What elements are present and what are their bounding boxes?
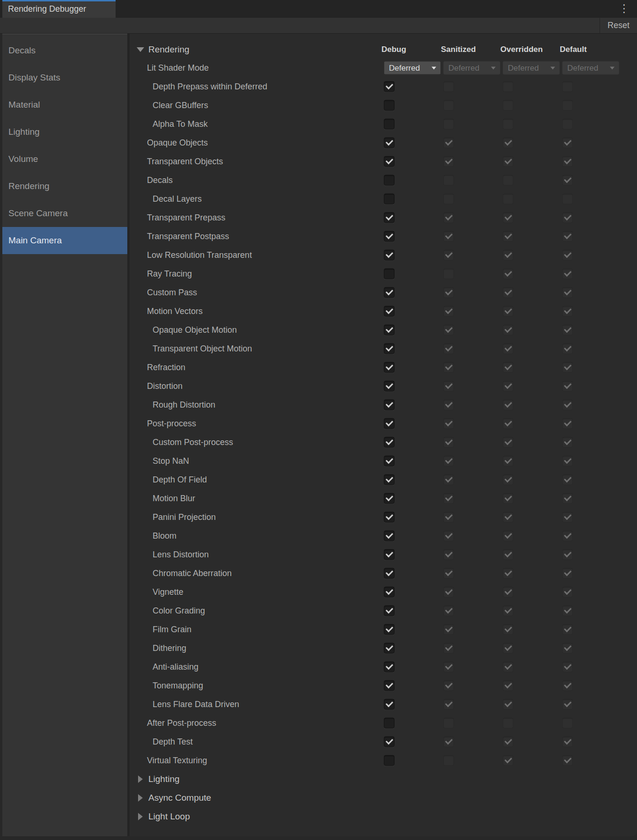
dropdown-arrow-icon [491,67,496,70]
sidebar-item-lighting[interactable]: Lighting [2,118,127,146]
overridden-checkbox [503,138,513,148]
tree-row-stop-nan: Stop NaN [130,452,637,470]
row-label: Refraction [147,363,185,373]
debug-checkbox[interactable] [384,456,395,467]
overridden-checkbox [503,381,513,392]
default-dropdown: Deferred [562,61,619,75]
sidebar-item-material[interactable]: Material [2,91,127,118]
debug-checkbox[interactable] [384,100,395,111]
debug-checkbox[interactable] [384,343,395,354]
debug-checkbox[interactable] [384,400,395,410]
debug-checkbox[interactable] [384,287,395,298]
default-checkbox [562,156,573,167]
debug-checkbox[interactable] [384,156,395,167]
tree-row-decals: Decals [130,171,637,190]
group-row-rendering[interactable]: RenderingDebugSanitizedOverriddenDefault [130,40,637,58]
debug-checkbox[interactable] [384,418,395,429]
debug-checkbox[interactable] [384,643,395,654]
sanitized-checkbox [443,662,454,672]
sanitized-checkbox [443,587,454,598]
overridden-dropdown: Deferred [503,61,560,75]
default-checkbox [562,119,573,130]
default-checkbox [562,737,573,747]
debug-checkbox[interactable] [384,531,395,541]
debug-checkbox[interactable] [384,306,395,317]
content-panel: RenderingDebugSanitizedOverriddenDefault… [130,34,637,836]
default-checkbox [562,400,573,410]
debug-checkbox[interactable] [384,175,395,186]
default-checkbox [562,718,573,729]
sidebar-item-display-stats[interactable]: Display Stats [2,64,127,91]
sidebar-item-rendering[interactable]: Rendering [2,173,127,200]
tree-row-vignette: Vignette [130,583,637,601]
debug-checkbox[interactable] [384,362,395,373]
debug-checkbox[interactable] [384,606,395,616]
debug-checkbox[interactable] [384,81,395,92]
debug-checkbox[interactable] [384,325,395,336]
debug-checkbox[interactable] [384,475,395,485]
foldout-closed-triangle-icon[interactable] [138,775,143,783]
tree-row-transparent-prepass: Transparent Prepass [130,208,637,227]
debug-checkbox[interactable] [384,737,395,747]
debug-checkbox[interactable] [384,662,395,672]
overridden-checkbox [503,493,513,504]
collapsed-group-async-compute[interactable]: Async Compute [130,789,637,807]
sanitized-checkbox [443,512,454,523]
debug-checkbox[interactable] [384,194,395,205]
debug-checkbox[interactable] [384,250,395,261]
foldout-closed-triangle-icon[interactable] [138,813,143,820]
row-label: Anti-aliasing [153,662,198,672]
overridden-checkbox [503,250,513,261]
sidebar-item-main-camera[interactable]: Main Camera [2,227,127,254]
sidebar-item-decals[interactable]: Decals [2,37,127,64]
sanitized-checkbox [443,250,454,261]
debug-checkbox[interactable] [384,699,395,710]
overridden-checkbox [503,343,513,354]
debug-checkbox[interactable] [384,549,395,560]
debug-checkbox[interactable] [384,269,395,279]
tree-row-post-process: Post-process [130,414,637,433]
tree-row-refraction: Refraction [130,358,637,377]
debug-checkbox[interactable] [384,138,395,148]
row-label: Transparent Objects [147,157,223,167]
sanitized-checkbox [443,138,454,148]
sanitized-checkbox [443,418,454,429]
sidebar-item-label: Material [8,100,40,110]
debug-checkbox[interactable] [384,381,395,392]
window-tab-rendering-debugger[interactable]: Rendering Debugger [2,0,116,18]
debug-checkbox[interactable] [384,119,395,130]
debug-checkbox[interactable] [384,493,395,504]
reset-button[interactable]: Reset [600,18,637,33]
default-checkbox [562,306,573,317]
overridden-checkbox [503,606,513,616]
collapsed-group-lighting[interactable]: Lighting [130,770,637,789]
tree-row-clear-gbuffers: Clear GBuffers [130,96,637,115]
debug-checkbox[interactable] [384,718,395,729]
sidebar-item-volume[interactable]: Volume [2,146,127,173]
foldout-closed-triangle-icon[interactable] [138,794,143,802]
debug-checkbox[interactable] [384,231,395,242]
debug-checkbox[interactable] [384,568,395,579]
foldout-open-triangle-icon[interactable] [137,47,144,52]
debug-checkbox[interactable] [384,755,395,766]
collapsed-group-light-loop[interactable]: Light Loop [130,807,637,826]
column-header-debug: Debug [381,45,406,54]
sidebar-item-scene-camera[interactable]: Scene Camera [2,200,127,227]
sidebar-item-label: Lighting [8,127,40,137]
default-checkbox [562,531,573,541]
overridden-checkbox [503,624,513,635]
debug-checkbox[interactable] [384,212,395,223]
debug-checkbox[interactable] [384,624,395,635]
debug-dropdown[interactable]: Deferred [384,61,441,75]
kebab-menu-icon[interactable]: ⋮ [619,1,630,16]
debug-checkbox[interactable] [384,512,395,523]
debug-checkbox[interactable] [384,587,395,598]
debug-checkbox[interactable] [384,437,395,448]
row-label: Panini Projection [153,512,216,522]
overridden-checkbox [503,549,513,560]
row-label: Rough Distortion [153,400,215,410]
default-checkbox [562,680,573,691]
column-header-sanitized: Sanitized [441,45,476,54]
debug-checkbox[interactable] [384,680,395,691]
tree-row-panini-projection: Panini Projection [130,508,637,526]
